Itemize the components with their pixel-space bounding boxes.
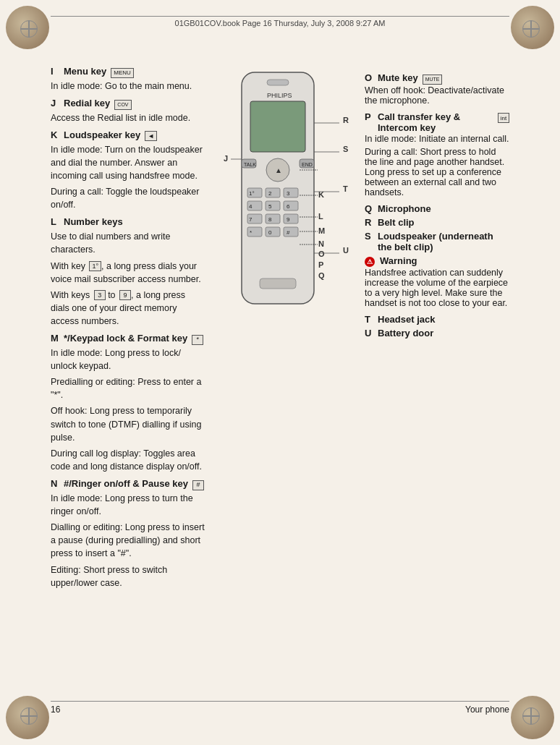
body-L2: With key 1°, a long press dials your voi… [51, 260, 205, 286]
main-content: I Menu key MENU In idle mode: Go to the … [51, 43, 509, 702]
title-I: Menu key [64, 65, 106, 79]
svg-rect-20 [284, 201, 298, 210]
svg-text:U: U [343, 246, 349, 255]
label-M: M [51, 332, 61, 346]
title-J: Redial key [64, 97, 110, 111]
entry-P: P Call transfer key & Intercom key int I… [365, 111, 509, 197]
reg-mark-tl [20, 20, 38, 38]
svg-text:R: R [343, 116, 349, 124]
svg-text:4: 4 [249, 203, 253, 210]
label-Q: Q [365, 203, 375, 214]
title-M: */Keypad lock & Format key [64, 332, 187, 346]
entry-Q: Q Microphone [365, 203, 509, 214]
svg-rect-1 [250, 101, 305, 152]
label-T: T [365, 314, 375, 325]
key-loudspeaker: ◄ [145, 131, 157, 141]
body-L3: With keys 3 to 9, a long press dials one… [51, 289, 205, 328]
label-S: S [365, 231, 375, 242]
title-K: Loudspeaker key [64, 129, 140, 142]
svg-text:S: S [343, 145, 348, 153]
file-info: 01GB01COV.book Page 16 Thursday, July 3,… [51, 16, 509, 27]
key-mute: MUTE [423, 74, 443, 85]
label-I: I [51, 65, 61, 79]
label-R: R [365, 217, 375, 228]
bottom-bar: 16 Your phone [51, 701, 509, 715]
key-redial: COV [114, 100, 131, 110]
svg-text:6: 6 [287, 203, 290, 210]
label-K: K [51, 129, 61, 142]
svg-rect-32 [284, 227, 298, 237]
body-L1: Use to dial numbers and write characters… [51, 230, 205, 256]
svg-rect-18 [266, 201, 280, 210]
body-J: Access the Redial list in idle mode. [51, 111, 205, 124]
body-O: When off hook: Deactivate/activate the m… [365, 85, 509, 106]
page-number: 16 [51, 704, 60, 715]
svg-text:#: # [287, 229, 290, 236]
reg-mark-bl [20, 707, 38, 725]
label-J: J [51, 97, 61, 111]
svg-text:M: M [318, 226, 325, 235]
body-N1: In idle mode: Long press to turn the rin… [51, 492, 205, 518]
key-hash: # [192, 480, 204, 490]
key-star: * [192, 335, 203, 345]
body-K2: During a call: Toggle the loudspeaker on… [51, 185, 205, 211]
key-1: 1° [89, 261, 101, 271]
title-R: Belt clip [378, 217, 415, 228]
label-N: N [51, 477, 61, 491]
entry-K: K Loudspeaker key ◄ In idle mode: Turn o… [51, 129, 205, 211]
body-M4: During call log display: Toggles area co… [51, 447, 205, 473]
svg-text:N: N [318, 239, 324, 248]
svg-text:7: 7 [249, 216, 253, 223]
label-P: P [365, 111, 375, 122]
title-S: Loudspeaker (underneath the belt clip) [378, 231, 509, 252]
svg-text:1°: 1° [249, 190, 255, 197]
svg-text:L: L [318, 212, 323, 221]
svg-rect-26 [284, 214, 298, 224]
entry-I: I Menu key MENU In idle mode: Go to the … [51, 65, 205, 93]
body-K1: In idle mode: Turn on the loudspeaker an… [51, 143, 205, 182]
entry-warning: ⚠ Warning Handsfree activation can sudde… [365, 255, 509, 308]
title-L: Number keys [64, 216, 123, 229]
svg-text:O: O [318, 250, 325, 258]
entry-R: R Belt clip [365, 217, 509, 228]
entry-M: M */Keypad lock & Format key * In idle m… [51, 332, 205, 473]
body-N2: Dialling or editing: Long press to inser… [51, 521, 205, 560]
entry-O: O Mute key MUTE When off hook: Deactivat… [365, 72, 509, 106]
svg-text:8: 8 [268, 216, 272, 223]
phone-image: PHILIPS ▲ TALK END 1° 2 3 4 [220, 65, 357, 702]
svg-text:5: 5 [268, 203, 272, 210]
text-column: I Menu key MENU In idle mode: Go to the … [51, 43, 205, 702]
body-warning: Handsfree activation can suddenly increa… [365, 268, 509, 308]
svg-rect-14 [284, 188, 298, 197]
entry-T: T Headset jack [365, 314, 509, 325]
body-P1: In idle mode: Initiate an internal call. [365, 134, 509, 144]
svg-rect-24 [266, 214, 280, 224]
svg-rect-34 [260, 278, 296, 289]
svg-rect-12 [266, 188, 280, 197]
body-N3: Editing: Short press to switch upper/low… [51, 563, 205, 589]
warning-icon: ⚠ [365, 257, 375, 267]
body-P2: During a call: Short press to hold the l… [365, 147, 509, 197]
svg-text:0: 0 [268, 229, 272, 236]
title-T: Headset jack [378, 314, 436, 325]
title-N: #/Ringer on/off & Pause key [64, 477, 188, 491]
page-label: Your phone [465, 704, 509, 715]
entry-L: L Number keys Use to dial numbers and wr… [51, 216, 205, 328]
title-U: Battery door [378, 328, 433, 339]
svg-rect-30 [266, 227, 280, 237]
body-M2: Predialling or editing: Press to enter a… [51, 375, 205, 401]
phone-svg: PHILIPS ▲ TALK END 1° 2 3 4 [220, 65, 357, 354]
svg-text:P: P [318, 260, 323, 269]
entry-S: S Loudspeaker (underneath the belt clip) [365, 231, 509, 252]
svg-rect-3 [267, 80, 289, 85]
svg-text:END: END [302, 162, 313, 167]
key-9: 9 [119, 290, 131, 300]
reg-mark-tr [522, 20, 540, 38]
svg-text:*: * [250, 229, 252, 236]
right-entries-column: O Mute key MUTE When off hook: Deactivat… [365, 65, 509, 702]
svg-text:J: J [224, 154, 228, 163]
key-int: int [498, 113, 509, 123]
label-U: U [365, 328, 375, 339]
entry-U: U Battery door [365, 328, 509, 339]
body-I: In idle mode: Go to the main menu. [51, 80, 205, 93]
